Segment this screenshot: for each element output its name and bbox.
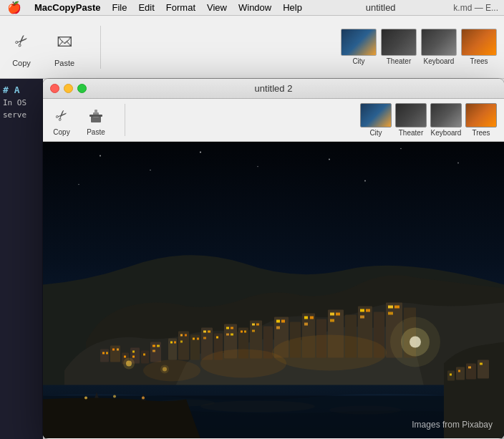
app-name[interactable]: MacCopyPaste (29, 2, 106, 13)
win-city-thumbnail-img (360, 103, 392, 127)
copy-label: Copy (12, 59, 31, 67)
svg-rect-33 (157, 345, 160, 347)
window-title-front: untitled 2 (255, 83, 293, 94)
svg-rect-2 (94, 110, 97, 113)
city-scene: Images from Pixabay (43, 142, 504, 438)
win-toolbar-separator (125, 104, 125, 136)
scissors-icon: ✂ (7, 27, 36, 56)
svg-rect-71 (226, 334, 229, 336)
svg-rect-88 (366, 309, 370, 312)
svg-rect-18 (100, 349, 109, 362)
thumbnail-group: City Theater Keyboard Trees (341, 29, 497, 65)
theater-thumbnail-label: Theater (387, 57, 411, 65)
svg-point-8 (257, 166, 258, 168)
menu-edit[interactable]: Edit (132, 2, 160, 13)
window-toolbar: ✂ Copy Paste City Theater (43, 99, 504, 142)
svg-rect-70 (231, 327, 233, 329)
svg-rect-64 (197, 338, 199, 340)
win-scissors-icon: ✂ (50, 104, 73, 127)
win-trees-thumbnail-img (465, 103, 497, 127)
svg-rect-72 (231, 334, 233, 336)
win-theater-thumbnail-label: Theater (399, 129, 423, 137)
svg-rect-65 (203, 331, 206, 333)
win-thumbnail-city[interactable]: City (360, 103, 392, 137)
svg-rect-90 (388, 306, 393, 309)
keyboard-thumbnail-img (421, 29, 457, 56)
svg-point-99 (84, 397, 87, 400)
svg-point-12 (78, 184, 79, 185)
svg-rect-77 (252, 330, 255, 332)
code-line-3: serve (3, 110, 40, 120)
svg-rect-69 (226, 327, 229, 329)
svg-rect-86 (330, 319, 334, 322)
bg-toolbar: ✂ Copy 🖂 Paste City Theater Keyboard (0, 16, 504, 79)
menu-help[interactable]: Help (277, 2, 308, 13)
svg-rect-81 (304, 317, 308, 319)
paste-tool[interactable]: 🖂 Paste (50, 27, 79, 67)
svg-point-36 (123, 358, 135, 370)
svg-rect-68 (216, 337, 218, 339)
svg-rect-40 (178, 332, 189, 360)
thumbnail-keyboard[interactable]: Keyboard (421, 29, 457, 65)
svg-rect-27 (117, 349, 119, 351)
svg-rect-105 (478, 360, 489, 379)
win-stamp-icon (84, 104, 107, 127)
svg-rect-59 (174, 342, 176, 344)
maximize-button[interactable] (77, 84, 87, 93)
svg-rect-61 (185, 334, 187, 337)
apple-menu[interactable]: 🍎 (0, 1, 29, 14)
minimize-button[interactable] (64, 84, 73, 93)
menu-window[interactable]: Window (233, 2, 277, 13)
svg-rect-73 (241, 331, 243, 333)
svg-rect-22 (141, 351, 149, 364)
code-line-1: # A (3, 85, 40, 95)
menu-view[interactable]: View (201, 2, 233, 13)
svg-rect-30 (132, 356, 135, 358)
svg-point-7 (200, 152, 201, 153)
copy-tool[interactable]: ✂ Copy (7, 27, 36, 67)
front-window: untitled 2 ✂ Copy Paste Ci (43, 79, 504, 439)
win-thumbnail-trees[interactable]: Trees (465, 103, 497, 137)
svg-rect-91 (394, 306, 399, 309)
svg-rect-75 (252, 324, 255, 326)
menu-file[interactable]: File (106, 2, 132, 13)
win-keyboard-thumbnail-img (430, 103, 462, 127)
svg-rect-74 (244, 331, 246, 333)
win-city-thumbnail-label: City (369, 129, 382, 137)
svg-rect-19 (110, 346, 120, 362)
win-copy-label: Copy (53, 128, 69, 136)
svg-rect-83 (304, 323, 308, 326)
win-paste-tool[interactable]: Paste (84, 104, 107, 136)
svg-rect-79 (281, 320, 285, 323)
svg-point-9 (329, 159, 330, 160)
window-title-bg: untitled (308, 2, 453, 13)
win-thumbnail-theater[interactable]: Theater (395, 103, 427, 137)
thumbnail-trees[interactable]: Trees (461, 29, 497, 65)
menu-format[interactable]: Format (160, 2, 201, 13)
win-thumbnail-keyboard[interactable]: Keyboard (430, 103, 462, 137)
win-copy-tool[interactable]: ✂ Copy (50, 104, 73, 136)
trees-thumbnail-img (461, 29, 497, 56)
svg-rect-67 (203, 337, 206, 339)
close-button[interactable] (50, 84, 59, 93)
win-paste-label: Paste (87, 128, 105, 136)
svg-rect-31 (143, 354, 145, 356)
svg-rect-82 (310, 317, 314, 319)
svg-rect-62 (180, 341, 183, 343)
svg-rect-76 (256, 324, 259, 326)
svg-rect-108 (468, 367, 471, 369)
svg-point-101 (142, 397, 145, 400)
svg-point-95 (143, 360, 200, 382)
svg-rect-78 (276, 320, 280, 323)
thumbnail-theater[interactable]: Theater (381, 29, 417, 65)
svg-point-5 (100, 155, 101, 157)
svg-rect-63 (193, 338, 195, 340)
city-thumbnail-img (341, 29, 377, 56)
window-titlebar: untitled 2 (43, 79, 504, 99)
svg-rect-66 (208, 331, 210, 333)
thumbnail-city[interactable]: City (341, 29, 377, 65)
stamp-icon: 🖂 (50, 27, 79, 56)
svg-rect-80 (276, 327, 280, 329)
svg-rect-103 (456, 367, 465, 380)
svg-rect-29 (132, 351, 135, 353)
